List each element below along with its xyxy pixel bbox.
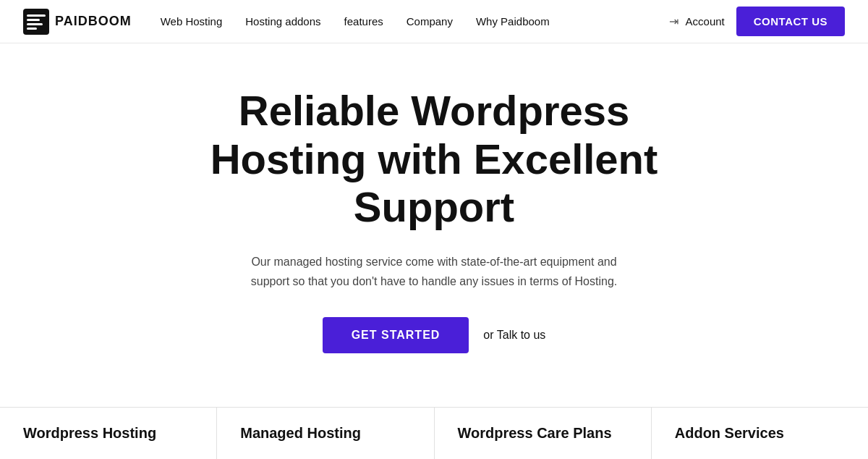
nav-link-why-paidboom[interactable]: Why Paidboom xyxy=(476,15,550,28)
nav-link-company[interactable]: Company xyxy=(407,15,453,28)
logo[interactable]: PAIDBOOM xyxy=(23,9,132,35)
nav-item-company[interactable]: Company xyxy=(407,15,453,28)
contact-us-button[interactable]: CONTACT US xyxy=(736,7,845,36)
logo-icon xyxy=(23,9,49,35)
nav-item-web-hosting[interactable]: Web Hosting xyxy=(161,15,223,28)
card-wordpress-care-plans-label: Wordpress Care Plans xyxy=(458,425,612,442)
nav-item-why-paidboom[interactable]: Why Paidboom xyxy=(476,15,550,28)
card-wordpress-hosting[interactable]: Wordpress Hosting xyxy=(0,408,217,459)
card-addon-services[interactable]: Addon Services xyxy=(652,408,868,459)
svg-rect-2 xyxy=(27,19,40,21)
svg-rect-0 xyxy=(23,9,49,35)
card-managed-hosting[interactable]: Managed Hosting xyxy=(217,408,434,459)
nav-links: Web Hosting Hosting addons features Comp… xyxy=(161,15,550,28)
nav-item-hosting-addons[interactable]: Hosting addons xyxy=(245,15,320,28)
card-wordpress-hosting-label: Wordpress Hosting xyxy=(23,425,156,442)
card-addon-services-label: Addon Services xyxy=(675,425,784,442)
logo-text: PAIDBOOM xyxy=(55,14,132,29)
talk-to-us-text: or Talk to us xyxy=(483,329,545,342)
card-wordpress-care-plans[interactable]: Wordpress Care Plans xyxy=(435,408,652,459)
card-managed-hosting-label: Managed Hosting xyxy=(240,425,361,442)
hero-subtitle: Our managed hosting service come with st… xyxy=(231,252,637,291)
hero-title: Reliable Wordpress Hosting with Excellen… xyxy=(159,87,709,232)
nav-left: PAIDBOOM Web Hosting Hosting addons feat… xyxy=(23,9,550,35)
nav-link-hosting-addons[interactable]: Hosting addons xyxy=(245,15,320,28)
account-label: Account xyxy=(686,15,725,28)
hero-actions: GET STARTED or Talk to us xyxy=(323,317,546,353)
nav-link-web-hosting[interactable]: Web Hosting xyxy=(161,15,223,28)
svg-rect-4 xyxy=(27,28,37,30)
hero-section: Reliable Wordpress Hosting with Excellen… xyxy=(0,43,868,382)
nav-item-features[interactable]: features xyxy=(344,15,383,28)
get-started-button[interactable]: GET STARTED xyxy=(323,317,469,353)
nav-link-features[interactable]: features xyxy=(344,15,383,28)
nav-right: ⇥ Account CONTACT US xyxy=(669,7,845,36)
login-icon: ⇥ xyxy=(669,14,678,28)
bottom-cards: Wordpress Hosting Managed Hosting Wordpr… xyxy=(0,407,868,459)
navbar: PAIDBOOM Web Hosting Hosting addons feat… xyxy=(0,0,868,43)
svg-rect-1 xyxy=(27,14,46,17)
account-button[interactable]: ⇥ Account xyxy=(669,14,725,28)
svg-rect-3 xyxy=(27,23,43,25)
